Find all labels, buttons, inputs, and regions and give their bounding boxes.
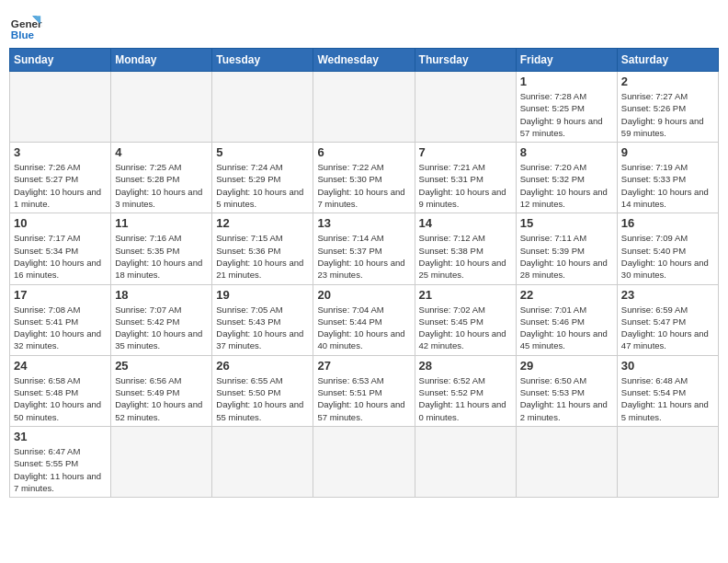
day-number: 4 — [115, 145, 208, 159]
day-info: Sunrise: 6:47 AMSunset: 5:55 PMDaylight:… — [14, 445, 107, 494]
calendar-cell: 28Sunrise: 6:52 AMSunset: 5:52 PMDayligh… — [415, 355, 516, 426]
header-thursday: Thursday — [415, 49, 516, 72]
day-number: 2 — [621, 75, 714, 88]
day-number: 6 — [317, 145, 410, 159]
day-number: 7 — [419, 145, 512, 159]
calendar-cell: 12Sunrise: 7:15 AMSunset: 5:36 PMDayligh… — [212, 213, 313, 284]
day-info: Sunrise: 7:09 AMSunset: 5:40 PMDaylight:… — [621, 232, 714, 281]
header-friday: Friday — [516, 49, 617, 72]
calendar-cell: 10Sunrise: 7:17 AMSunset: 5:34 PMDayligh… — [10, 213, 111, 284]
day-info: Sunrise: 7:12 AMSunset: 5:38 PMDaylight:… — [419, 232, 512, 281]
day-info: Sunrise: 6:50 AMSunset: 5:53 PMDaylight:… — [520, 374, 613, 423]
logo: General Blue — [9, 9, 42, 42]
header-monday: Monday — [111, 49, 212, 72]
calendar-cell: 3Sunrise: 7:26 AMSunset: 5:27 PMDaylight… — [10, 143, 111, 213]
day-number: 5 — [216, 145, 309, 159]
week-row-2: 3Sunrise: 7:26 AMSunset: 5:27 PMDaylight… — [10, 143, 719, 213]
day-info: Sunrise: 7:05 AMSunset: 5:43 PMDaylight:… — [216, 304, 309, 352]
week-row-6: 31Sunrise: 6:47 AMSunset: 5:55 PMDayligh… — [10, 426, 719, 497]
calendar-cell — [313, 426, 415, 497]
day-info: Sunrise: 7:01 AMSunset: 5:46 PMDaylight:… — [520, 304, 613, 352]
day-number: 24 — [14, 359, 107, 373]
calendar-cell: 27Sunrise: 6:53 AMSunset: 5:51 PMDayligh… — [313, 355, 415, 426]
header-wednesday: Wednesday — [313, 49, 415, 72]
day-info: Sunrise: 7:24 AMSunset: 5:29 PMDaylight:… — [216, 161, 309, 210]
day-info: Sunrise: 7:04 AMSunset: 5:44 PMDaylight:… — [317, 304, 410, 352]
week-row-4: 17Sunrise: 7:08 AMSunset: 5:41 PMDayligh… — [10, 284, 719, 355]
day-info: Sunrise: 7:07 AMSunset: 5:42 PMDaylight:… — [115, 304, 208, 352]
calendar-cell — [212, 426, 313, 497]
day-number: 25 — [115, 359, 208, 373]
calendar-table: SundayMondayTuesdayWednesdayThursdayFrid… — [9, 48, 719, 498]
calendar-cell — [111, 426, 212, 497]
calendar-cell — [313, 72, 415, 143]
logo-icon: General Blue — [9, 9, 42, 42]
day-info: Sunrise: 7:25 AMSunset: 5:28 PMDaylight:… — [115, 161, 208, 210]
svg-text:Blue: Blue — [11, 29, 35, 40]
day-number: 21 — [419, 288, 512, 302]
calendar-cell — [415, 426, 516, 497]
day-number: 31 — [14, 430, 107, 443]
calendar-cell: 1Sunrise: 7:28 AMSunset: 5:25 PMDaylight… — [516, 72, 617, 143]
calendar-cell: 14Sunrise: 7:12 AMSunset: 5:38 PMDayligh… — [415, 213, 516, 284]
calendar-cell: 25Sunrise: 6:56 AMSunset: 5:49 PMDayligh… — [111, 355, 212, 426]
calendar-cell: 19Sunrise: 7:05 AMSunset: 5:43 PMDayligh… — [212, 284, 313, 355]
day-number: 26 — [216, 359, 309, 373]
day-info: Sunrise: 6:58 AMSunset: 5:48 PMDaylight:… — [14, 374, 107, 423]
day-number: 11 — [115, 216, 208, 230]
day-number: 28 — [419, 359, 512, 373]
calendar-cell: 30Sunrise: 6:48 AMSunset: 5:54 PMDayligh… — [617, 355, 718, 426]
day-number: 3 — [14, 145, 107, 159]
header-saturday: Saturday — [617, 49, 718, 72]
week-row-1: 1Sunrise: 7:28 AMSunset: 5:25 PMDaylight… — [10, 72, 719, 143]
calendar-cell: 26Sunrise: 6:55 AMSunset: 5:50 PMDayligh… — [212, 355, 313, 426]
day-info: Sunrise: 7:08 AMSunset: 5:41 PMDaylight:… — [14, 304, 107, 352]
calendar-cell: 2Sunrise: 7:27 AMSunset: 5:26 PMDaylight… — [617, 72, 718, 143]
day-info: Sunrise: 6:53 AMSunset: 5:51 PMDaylight:… — [317, 374, 410, 423]
day-info: Sunrise: 6:56 AMSunset: 5:49 PMDaylight:… — [115, 374, 208, 423]
calendar-cell: 20Sunrise: 7:04 AMSunset: 5:44 PMDayligh… — [313, 284, 415, 355]
day-number: 29 — [520, 359, 613, 373]
day-info: Sunrise: 6:59 AMSunset: 5:47 PMDaylight:… — [621, 304, 714, 352]
header-tuesday: Tuesday — [212, 49, 313, 72]
day-number: 27 — [317, 359, 410, 373]
day-number: 18 — [115, 288, 208, 302]
day-number: 9 — [621, 145, 714, 159]
calendar-cell: 31Sunrise: 6:47 AMSunset: 5:55 PMDayligh… — [10, 426, 111, 497]
calendar-cell — [415, 72, 516, 143]
calendar-cell — [212, 72, 313, 143]
header: General Blue — [9, 9, 719, 42]
calendar-cell: 24Sunrise: 6:58 AMSunset: 5:48 PMDayligh… — [10, 355, 111, 426]
day-info: Sunrise: 7:26 AMSunset: 5:27 PMDaylight:… — [14, 161, 107, 210]
calendar-cell: 17Sunrise: 7:08 AMSunset: 5:41 PMDayligh… — [10, 284, 111, 355]
day-info: Sunrise: 7:19 AMSunset: 5:33 PMDaylight:… — [621, 161, 714, 210]
calendar-cell: 5Sunrise: 7:24 AMSunset: 5:29 PMDaylight… — [212, 143, 313, 213]
calendar-cell: 16Sunrise: 7:09 AMSunset: 5:40 PMDayligh… — [617, 213, 718, 284]
day-info: Sunrise: 7:27 AMSunset: 5:26 PMDaylight:… — [621, 90, 714, 139]
day-number: 8 — [520, 145, 613, 159]
week-row-5: 24Sunrise: 6:58 AMSunset: 5:48 PMDayligh… — [10, 355, 719, 426]
day-info: Sunrise: 6:48 AMSunset: 5:54 PMDaylight:… — [621, 374, 714, 423]
day-info: Sunrise: 7:17 AMSunset: 5:34 PMDaylight:… — [14, 232, 107, 281]
calendar-cell: 23Sunrise: 6:59 AMSunset: 5:47 PMDayligh… — [617, 284, 718, 355]
calendar-cell: 6Sunrise: 7:22 AMSunset: 5:30 PMDaylight… — [313, 143, 415, 213]
calendar-cell — [516, 426, 617, 497]
day-number: 14 — [419, 216, 512, 230]
calendar-cell: 21Sunrise: 7:02 AMSunset: 5:45 PMDayligh… — [415, 284, 516, 355]
calendar-cell: 22Sunrise: 7:01 AMSunset: 5:46 PMDayligh… — [516, 284, 617, 355]
day-number: 30 — [621, 359, 714, 373]
day-info: Sunrise: 7:02 AMSunset: 5:45 PMDaylight:… — [419, 304, 512, 352]
day-info: Sunrise: 7:20 AMSunset: 5:32 PMDaylight:… — [520, 161, 613, 210]
day-info: Sunrise: 7:11 AMSunset: 5:39 PMDaylight:… — [520, 232, 613, 281]
calendar-cell: 11Sunrise: 7:16 AMSunset: 5:35 PMDayligh… — [111, 213, 212, 284]
calendar-cell: 29Sunrise: 6:50 AMSunset: 5:53 PMDayligh… — [516, 355, 617, 426]
day-number: 10 — [14, 216, 107, 230]
calendar-cell — [617, 426, 718, 497]
calendar-cell: 7Sunrise: 7:21 AMSunset: 5:31 PMDaylight… — [415, 143, 516, 213]
day-number: 17 — [14, 288, 107, 302]
calendar-cell: 15Sunrise: 7:11 AMSunset: 5:39 PMDayligh… — [516, 213, 617, 284]
day-number: 16 — [621, 216, 714, 230]
calendar-cell — [10, 72, 111, 143]
calendar-cell: 4Sunrise: 7:25 AMSunset: 5:28 PMDaylight… — [111, 143, 212, 213]
day-info: Sunrise: 7:14 AMSunset: 5:37 PMDaylight:… — [317, 232, 410, 281]
